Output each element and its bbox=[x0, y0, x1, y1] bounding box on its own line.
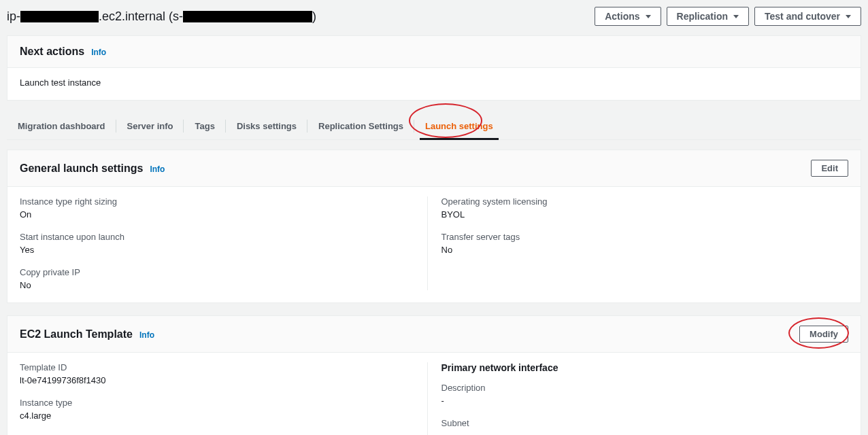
kv-value: On bbox=[20, 209, 414, 220]
kv-label: Subnet bbox=[441, 418, 835, 428]
kv-copy-private-ip: Copy private IP No bbox=[20, 267, 414, 290]
chevron-down-icon bbox=[646, 15, 651, 18]
tab-label: Replication Settings bbox=[318, 121, 403, 131]
tab-migration-dashboard[interactable]: Migration dashboard bbox=[7, 113, 116, 139]
general-right-col: Operating system licensing BYOL Transfer… bbox=[427, 196, 849, 290]
kv-value: lt-0e74199736f8f1430 bbox=[20, 375, 414, 385]
kv-transfer-tags: Transfer server tags No bbox=[441, 232, 835, 255]
page-header: ip- .ec2.internal (s- ) Actions Replicat… bbox=[0, 0, 868, 35]
title-suffix: ) bbox=[312, 10, 316, 24]
kv-label: Copy private IP bbox=[20, 267, 414, 277]
info-link-template[interactable]: Info bbox=[139, 330, 154, 340]
ec2-launch-template-panel: EC2 Launch Template Info Modify Template… bbox=[7, 315, 861, 435]
general-launch-title: General launch settings bbox=[20, 162, 143, 175]
kv-value: c4.large bbox=[20, 411, 414, 421]
header-actions: Actions Replication Test and cutover bbox=[595, 7, 861, 26]
kv-value: BYOL bbox=[441, 209, 835, 220]
kv-label: Template ID bbox=[20, 362, 414, 372]
actions-label: Actions bbox=[605, 11, 639, 22]
kv-subnet: Subnet - bbox=[441, 418, 835, 435]
tab-tags[interactable]: Tags bbox=[184, 113, 225, 139]
tab-replication-settings[interactable]: Replication Settings bbox=[307, 113, 414, 139]
general-launch-panel: General launch settings Info Edit Instan… bbox=[7, 150, 861, 303]
next-actions-body: Launch test instance bbox=[7, 68, 861, 100]
kv-value: No bbox=[441, 245, 835, 255]
actions-button[interactable]: Actions bbox=[595, 7, 661, 26]
tab-server-info[interactable]: Server info bbox=[116, 113, 184, 139]
kv-label: Instance type bbox=[20, 398, 414, 408]
edit-button[interactable]: Edit bbox=[811, 160, 848, 177]
page-title: ip- .ec2.internal (s- ) bbox=[7, 10, 316, 24]
ec2-launch-template-header: EC2 Launch Template Info Modify bbox=[7, 316, 861, 353]
tab-launch-settings[interactable]: Launch settings bbox=[414, 113, 504, 139]
tab-active-underline bbox=[420, 138, 499, 140]
tab-label: Tags bbox=[195, 121, 214, 131]
general-left-col: Instance type right sizing On Start inst… bbox=[20, 196, 427, 290]
kv-instance-type: Instance type c4.large bbox=[20, 398, 414, 421]
general-launch-header: General launch settings Info Edit bbox=[7, 150, 861, 187]
tab-label: Disks settings bbox=[237, 121, 297, 131]
tabs-bar: Migration dashboard Server info Tags Dis… bbox=[7, 113, 861, 140]
kv-start-upon-launch: Start instance upon launch Yes bbox=[20, 232, 414, 255]
next-actions-header: Next actions Info bbox=[7, 36, 861, 68]
kv-value: - bbox=[441, 396, 835, 406]
redacted-block-1 bbox=[20, 11, 99, 22]
ec2-launch-template-title: EC2 Launch Template bbox=[20, 328, 133, 341]
template-left-col: Template ID lt-0e74199736f8f1430 Instanc… bbox=[20, 362, 427, 435]
kv-value: - bbox=[441, 431, 835, 435]
title-prefix: ip- bbox=[7, 10, 20, 24]
kv-description: Description - bbox=[441, 383, 835, 406]
kv-label: Start instance upon launch bbox=[20, 232, 414, 242]
kv-label: Instance type right sizing bbox=[20, 196, 414, 207]
info-link-general[interactable]: Info bbox=[150, 164, 165, 174]
title-mid: .ec2.internal (s- bbox=[99, 10, 183, 24]
ec2-launch-template-body: Template ID lt-0e74199736f8f1430 Instanc… bbox=[7, 353, 861, 435]
edit-label: Edit bbox=[821, 163, 838, 173]
next-actions-text: Launch test instance bbox=[20, 77, 848, 88]
kv-template-id: Template ID lt-0e74199736f8f1430 bbox=[20, 362, 414, 385]
redacted-block-2 bbox=[183, 11, 312, 22]
kv-label: Description bbox=[441, 383, 835, 393]
kv-label: Operating system licensing bbox=[441, 196, 835, 207]
kv-value: No bbox=[20, 280, 414, 290]
replication-label: Replication bbox=[677, 11, 728, 22]
modify-button[interactable]: Modify bbox=[799, 326, 848, 343]
test-cutover-button[interactable]: Test and cutover bbox=[754, 7, 861, 26]
chevron-down-icon bbox=[846, 15, 851, 18]
kv-label: Transfer server tags bbox=[441, 232, 835, 242]
kv-instance-right-sizing: Instance type right sizing On bbox=[20, 196, 414, 220]
tab-label: Migration dashboard bbox=[18, 121, 105, 131]
template-right-col: Primary network interface Description - … bbox=[427, 362, 849, 435]
tab-disks-settings[interactable]: Disks settings bbox=[226, 113, 307, 139]
test-cutover-label: Test and cutover bbox=[765, 11, 840, 22]
tab-label: Server info bbox=[127, 121, 173, 131]
info-link-next-actions[interactable]: Info bbox=[91, 48, 106, 57]
primary-network-interface-title: Primary network interface bbox=[441, 362, 835, 373]
next-actions-panel: Next actions Info Launch test instance bbox=[7, 35, 861, 101]
modify-label: Modify bbox=[809, 329, 838, 339]
replication-button[interactable]: Replication bbox=[667, 7, 749, 26]
kv-value: Yes bbox=[20, 245, 414, 255]
next-actions-title: Next actions bbox=[20, 46, 84, 58]
kv-os-licensing: Operating system licensing BYOL bbox=[441, 196, 835, 220]
chevron-down-icon bbox=[733, 15, 739, 18]
general-launch-body: Instance type right sizing On Start inst… bbox=[7, 187, 861, 302]
tab-label: Launch settings bbox=[425, 121, 493, 131]
